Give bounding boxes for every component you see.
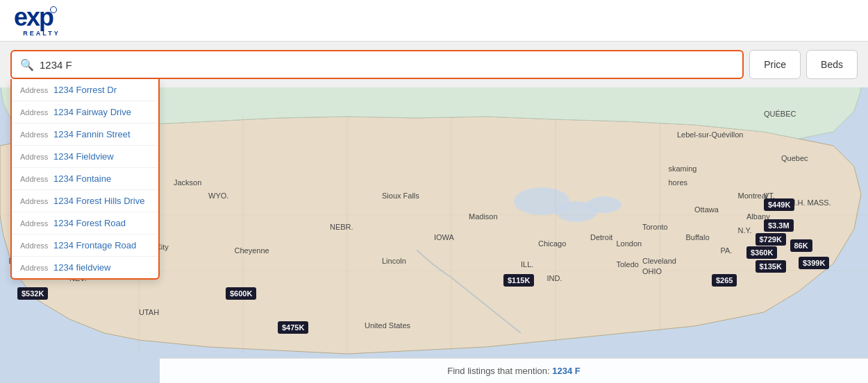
map-city-label: N.Y. [738, 226, 752, 235]
map-city-label: Buffalo [686, 233, 710, 241]
header: ex p REALTY [0, 0, 868, 42]
svg-point-3 [587, 196, 621, 213]
price-button[interactable]: Price [749, 50, 801, 79]
dropdown-item[interactable]: Address1234 fieldview [12, 257, 158, 278]
dropdown-item-value: 1234 Fannin Street [53, 129, 131, 139]
map-city-label: Ottawa [694, 205, 719, 214]
map-price-tag: $265 [712, 274, 737, 287]
map-city-label: NEBR. [330, 223, 353, 231]
dropdown-item-label: Address [20, 130, 49, 139]
map-city-label: UTAH [139, 308, 159, 316]
map-city-label: Detroit [590, 233, 612, 241]
beds-button[interactable]: Beds [806, 50, 858, 79]
dropdown-item-label: Address [20, 108, 49, 117]
dropdown-item-label: Address [20, 241, 49, 250]
dropdown-item-value: 1234 Fieldview [53, 151, 114, 162]
map-price-tag: $135K [756, 260, 786, 273]
logo-circle-icon [50, 6, 57, 13]
search-dropdown: Address1234 Forrest DrAddress1234 Fairwa… [10, 79, 160, 280]
map-price-tag: $475K [278, 321, 308, 334]
search-input[interactable] [40, 59, 734, 71]
map-price-tag: $729K [756, 233, 786, 246]
map-city-label: ILL. [521, 260, 533, 269]
map-city-label: Lincoln [382, 257, 406, 265]
map-city-label: WYO. [208, 192, 228, 200]
search-icon: 🔍 [20, 58, 34, 71]
map-city-label: Jackson [174, 178, 201, 187]
map-price-tag: $115K [503, 274, 534, 287]
map-price-tag: $360K [746, 246, 777, 259]
dropdown-item[interactable]: Address1234 Fieldview [12, 146, 158, 168]
dropdown-item-label: Address [20, 219, 49, 228]
map-city-label: London [617, 239, 642, 248]
dropdown-item-value: 1234 Frontage Road [53, 240, 136, 250]
dropdown-item[interactable]: Address1234 Frontage Road [12, 235, 158, 257]
map-city-label: skaming [669, 164, 697, 173]
map-city-label: IND. [547, 274, 562, 282]
map-city-label: OHIO [642, 267, 662, 275]
dropdown-item[interactable]: Address1234 Forest Hills Drive [12, 190, 158, 212]
map-city-label: Madison [469, 212, 498, 221]
dropdown-item-value: 1234 Forest Road [53, 218, 126, 228]
find-listings-bar[interactable]: Find listings that mention: 1234 F [160, 358, 868, 383]
dropdown-item-value: 1234 Fontaine [53, 173, 111, 184]
map-city-label: QUÉBEC [764, 110, 796, 118]
logo: ex p REALTY [14, 5, 69, 36]
dropdown-item[interactable]: Address1234 Fannin Street [12, 124, 158, 146]
dropdown-item-value: 1234 Forest Hills Drive [53, 196, 145, 206]
dropdown-item-label: Address [20, 175, 49, 183]
map-city-label: hores [669, 178, 688, 187]
search-bar-wrapper: 🔍 Price Beds [10, 50, 858, 79]
dropdown-item[interactable]: Address1234 Forest Road [12, 212, 158, 235]
map-city-label: Chicago [538, 239, 566, 248]
search-input-container[interactable]: 🔍 [10, 50, 744, 79]
dropdown-item-label: Address [20, 264, 49, 272]
dropdown-item[interactable]: Address1234 Fontaine [12, 168, 158, 190]
map-city-label: United States [365, 321, 410, 330]
map-city-label: Toledo [617, 260, 639, 269]
find-listings-link[interactable]: 1234 F [552, 366, 580, 376]
dropdown-item[interactable]: Address1234 Forrest Dr [12, 79, 158, 101]
dropdown-item[interactable]: Address1234 Fairway Drive [12, 101, 158, 124]
dropdown-item-label: Address [20, 153, 49, 161]
map-city-label: Montreal [738, 192, 768, 200]
map-city-label: PA. [721, 246, 733, 255]
map-price-tag: $399K [799, 257, 829, 269]
logo-exp-text: ex [14, 5, 39, 30]
map-city-label: Lebel-sur-Quévillon [677, 130, 743, 139]
map-city-label: Sioux Falls [382, 192, 419, 200]
dropdown-item-value: 1234 Forrest Dr [53, 85, 117, 95]
map-price-tag: $3.3M [764, 219, 794, 232]
map-price-tag: $600K [226, 287, 256, 300]
find-listings-prefix: Find listings that mention: [447, 366, 552, 376]
map-city-label: IOWA [434, 233, 454, 241]
dropdown-item-value: 1234 Fairway Drive [53, 107, 131, 117]
map-price-tag: $532K [17, 287, 48, 300]
map-city-label: Cheyenne [235, 246, 269, 255]
map-city-label: Quebec [781, 154, 808, 162]
map-city-label: Cleveland [642, 257, 676, 265]
map-city-label: MASS. [808, 198, 831, 207]
dropdown-item-label: Address [20, 86, 49, 94]
map-price-tag: 86K [790, 239, 812, 252]
map-price-tag: $449K [764, 198, 794, 211]
map-city-label: Toronto [642, 223, 668, 231]
dropdown-item-label: Address [20, 197, 49, 205]
dropdown-item-value: 1234 fieldview [53, 262, 110, 273]
